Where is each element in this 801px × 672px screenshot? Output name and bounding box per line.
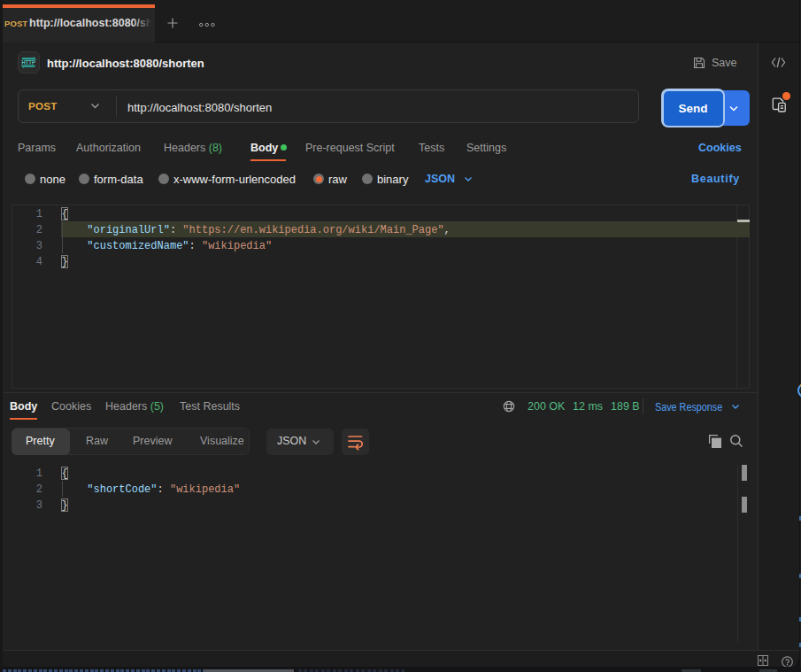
svg-text:HTTP: HTTP <box>21 58 35 66</box>
